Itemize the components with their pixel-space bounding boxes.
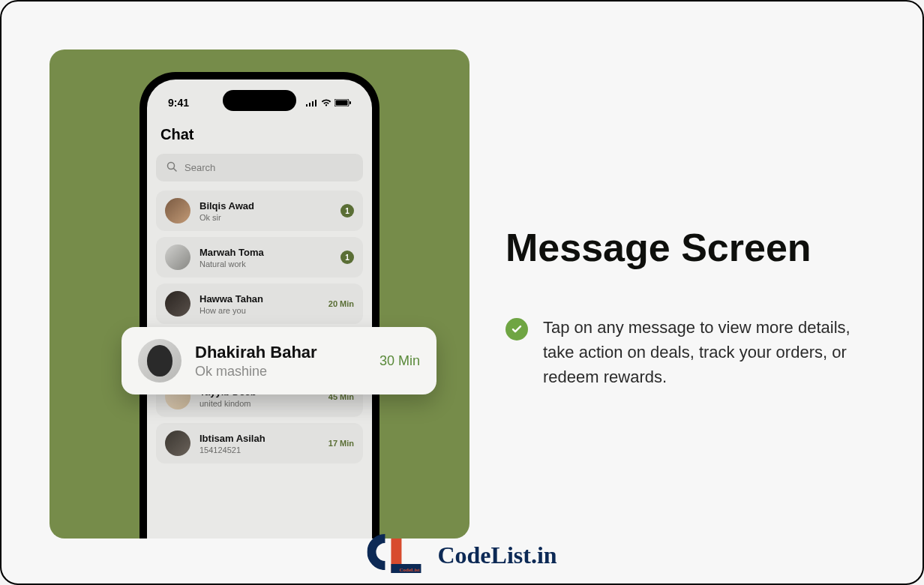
chat-message: Ok sir [200,213,332,222]
chat-text: Hawwa TahanHow are you [200,293,320,315]
bullet-text: Tap on any message to view more details,… [543,315,858,389]
chat-name: Ibtisam Asilah [200,433,320,444]
search-placeholder: Search [184,162,215,173]
chat-message: Natural work [200,260,332,268]
svg-rect-3 [315,100,316,106]
chat-name: Hawwa Tahan [200,293,320,304]
chat-message: How are you [200,306,320,315]
chat-text: Marwah TomaNatural work [200,247,332,268]
page-frame: 9:41 Chat [0,0,924,585]
search-input[interactable]: Search [156,154,363,182]
status-indicators [306,97,351,109]
mockup-panel: 9:41 Chat [50,50,470,538]
battery-icon [334,97,351,109]
search-icon [166,161,177,174]
layout: 9:41 Chat [2,2,922,584]
svg-rect-0 [306,104,308,106]
chat-row[interactable]: Marwah TomaNatural work1 [156,237,363,278]
notch [223,90,296,111]
avatar [165,430,190,456]
chat-message: Ok mashine [195,364,366,380]
unread-badge: 1 [340,204,354,218]
svg-rect-1 [309,103,310,106]
right-column: Message Screen Tap on any message to vie… [506,50,858,584]
chat-text: Dhakirah Bahar Ok mashine [195,343,366,380]
chat-time: 17 Min [328,439,354,448]
feature-bullet: Tap on any message to view more details,… [506,315,858,389]
chat-row[interactable]: Hawwa TahanHow are you20 Min [156,284,363,324]
avatar [165,198,190,224]
chat-name: Dhakirah Bahar [195,343,366,362]
svg-rect-2 [312,101,314,106]
brand-name: CodeList.in [437,542,556,569]
chat-text: Ibtisam Asilah154124521 [200,433,320,454]
unread-badge: 1 [340,250,354,264]
brand-footer: CodeList CodeList.in [367,534,556,576]
status-time: 9:41 [168,97,189,109]
chat-message: 154124521 [200,446,320,454]
svg-rect-6 [350,101,351,104]
chat-name: Marwah Toma [200,247,332,258]
chat-row[interactable]: Ibtisam Asilah15412452117 Min [156,423,363,464]
chat-message: united kindom [200,399,320,408]
avatar [165,291,190,316]
brand-logo: CodeList [367,534,431,576]
phone-frame: 9:41 Chat [140,72,380,538]
chat-time: 20 Min [328,299,354,308]
avatar [138,339,182,382]
chat-row-highlighted[interactable]: Dhakirah Bahar Ok mashine 30 Min [122,327,436,394]
chat-name: Bilqis Awad [200,200,332,212]
chat-time: 30 Min [380,353,420,369]
wifi-icon [321,97,332,109]
svg-rect-5 [336,100,348,106]
avatar [165,244,190,270]
chat-text: Bilqis AwadOk sir [200,200,332,222]
svg-text:CodeList: CodeList [399,567,420,573]
section-heading: Message Screen [506,225,858,270]
check-icon [506,318,528,340]
phone-screen: 9:41 Chat [147,80,372,538]
signal-icon [306,97,318,109]
chat-row[interactable]: Bilqis AwadOk sir1 [156,190,363,231]
svg-line-8 [174,169,177,172]
chat-title: Chat [156,112,363,154]
